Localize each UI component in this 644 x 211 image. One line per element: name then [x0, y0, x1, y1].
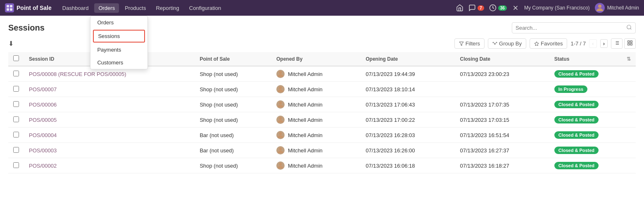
brand-logo[interactable]: Point of Sale	[5, 3, 52, 12]
view-buttons	[611, 38, 636, 49]
list-view-button[interactable]	[611, 38, 623, 49]
dropdown-sessions[interactable]: Sessions	[93, 30, 145, 43]
svg-rect-3	[10, 8, 12, 11]
clock-icon-btn[interactable]: 36	[489, 4, 507, 12]
cell-opened-by: Mitchell Admin	[271, 158, 361, 173]
cell-opening-date: 07/13/2023 16:06:18	[361, 158, 455, 173]
table-body: POS/00008 (RESCUE FOR POS/00005) Shop (n…	[8, 66, 636, 173]
cell-session-id: POS/00005	[24, 112, 195, 128]
row-checkbox-cell	[8, 66, 24, 82]
cell-opened-by: Mitchell Admin	[271, 128, 361, 143]
svg-point-27	[279, 102, 282, 104]
select-all-checkbox[interactable]	[13, 55, 19, 61]
row-checkbox[interactable]	[13, 162, 19, 168]
sort-icon[interactable]: ⇅	[627, 56, 631, 62]
col-opened-by[interactable]: Opened By	[271, 52, 361, 66]
cell-opening-date: 07/13/2023 16:26:00	[361, 143, 455, 158]
col-point-of-sale[interactable]: Point of Sale	[195, 52, 271, 66]
nav-orders[interactable]: Orders	[94, 3, 119, 13]
cell-opened-by: Mitchell Admin	[271, 97, 361, 112]
pagination-info: 1-7 / 7	[570, 40, 586, 47]
search-input[interactable]	[516, 25, 626, 31]
row-checkbox-cell	[8, 143, 24, 158]
cell-status: Closed & Posted	[549, 128, 636, 143]
avatar	[276, 85, 285, 93]
status-badge: Closed & Posted	[554, 116, 599, 123]
row-checkbox[interactable]	[13, 116, 19, 122]
cell-opened-by: Mitchell Admin	[271, 82, 361, 97]
group-by-button[interactable]: Group By	[488, 38, 526, 49]
col-opening-date[interactable]: Opening Date	[361, 52, 455, 66]
svg-point-25	[279, 71, 282, 74]
cell-point-of-sale: Bar (not used)	[195, 128, 271, 143]
filters-button[interactable]: Filters	[454, 38, 485, 49]
nav-configuration[interactable]: Configuration	[185, 3, 225, 13]
row-checkbox-cell	[8, 128, 24, 143]
avatar	[276, 100, 285, 109]
table-row[interactable]: POS/00004 Bar (not used) Mitchell Admin …	[8, 128, 636, 143]
settings-icon-btn[interactable]	[512, 4, 519, 12]
dropdown-orders[interactable]: Orders	[90, 16, 147, 29]
dropdown-payments[interactable]: Payments	[90, 43, 147, 56]
pagination-next[interactable]: ›	[600, 39, 608, 48]
topnav-right: 7 36 My Company (San Francisco) Mitchell…	[456, 3, 639, 13]
svg-rect-1	[10, 5, 12, 7]
avatar	[276, 131, 285, 139]
svg-point-31	[279, 163, 282, 166]
cell-session-id: POS/00003	[24, 143, 195, 158]
cell-opened-by: Mitchell Admin	[271, 66, 361, 82]
cell-session-id: POS/00006	[24, 97, 195, 112]
nav-dashboard[interactable]: Dashboard	[58, 3, 93, 13]
shop-icon-btn[interactable]	[456, 4, 463, 12]
row-checkbox-cell	[8, 97, 24, 112]
col-closing-date[interactable]: Closing Date	[455, 52, 549, 66]
table-row[interactable]: POS/00006 Shop (not used) Mitchell Admin…	[8, 97, 636, 112]
nav-reporting[interactable]: Reporting	[152, 3, 183, 13]
table-row[interactable]: POS/00005 Shop (not used) Mitchell Admin…	[8, 112, 636, 128]
pagination-prev[interactable]: ‹	[589, 39, 596, 48]
row-checkbox[interactable]	[13, 147, 19, 153]
table-row[interactable]: POS/00002 Shop (not used) Mitchell Admin…	[8, 158, 636, 173]
col-status[interactable]: Status ⇅	[549, 52, 636, 66]
nav-orders-container: Orders Orders Sessions Payments Customer…	[94, 3, 119, 13]
svg-rect-21	[628, 41, 630, 43]
cell-status: In Progress	[549, 82, 636, 97]
svg-point-8	[627, 25, 631, 29]
svg-rect-0	[7, 5, 9, 7]
status-badge: Closed & Posted	[554, 101, 599, 108]
svg-marker-14	[535, 42, 539, 46]
table-row[interactable]: POS/00003 Bar (not used) Mitchell Admin …	[8, 143, 636, 158]
kanban-view-button[interactable]	[624, 38, 636, 49]
page-title: Sessions	[8, 23, 45, 33]
row-checkbox[interactable]	[13, 71, 19, 76]
cell-status: Closed & Posted	[549, 143, 636, 158]
row-checkbox[interactable]	[13, 132, 19, 138]
row-checkbox-cell	[8, 112, 24, 128]
brand-icon	[5, 3, 14, 12]
status-badge: Closed & Posted	[554, 131, 599, 139]
search-icon[interactable]	[626, 24, 632, 31]
svg-point-7	[598, 5, 601, 8]
nav-products[interactable]: Products	[121, 3, 150, 13]
svg-rect-2	[7, 8, 9, 11]
cell-point-of-sale: Shop (not used)	[195, 66, 271, 82]
table-row[interactable]: POS/00007 Shop (not used) Mitchell Admin…	[8, 82, 636, 97]
svg-marker-10	[459, 42, 463, 45]
cell-opened-by: Mitchell Admin	[271, 143, 361, 158]
dropdown-customers[interactable]: Customers	[90, 56, 147, 69]
search-bar	[512, 22, 636, 33]
svg-line-9	[630, 28, 632, 30]
row-checkbox[interactable]	[13, 86, 19, 92]
cell-point-of-sale: Bar (not used)	[195, 143, 271, 158]
cell-opening-date: 07/13/2023 17:00:22	[361, 112, 455, 128]
status-badge: Closed & Posted	[554, 70, 599, 78]
cell-session-id: POS/00007	[24, 82, 195, 97]
user-info[interactable]: Mitchell Admin	[595, 3, 639, 13]
cell-status: Closed & Posted	[549, 66, 636, 82]
favorites-button[interactable]: Favorites	[530, 38, 567, 49]
status-badge: In Progress	[554, 85, 588, 93]
select-all-col	[8, 52, 24, 66]
row-checkbox[interactable]	[13, 101, 19, 107]
messages-icon-btn[interactable]: 7	[468, 4, 484, 12]
download-icon[interactable]: ⬇	[8, 40, 14, 47]
